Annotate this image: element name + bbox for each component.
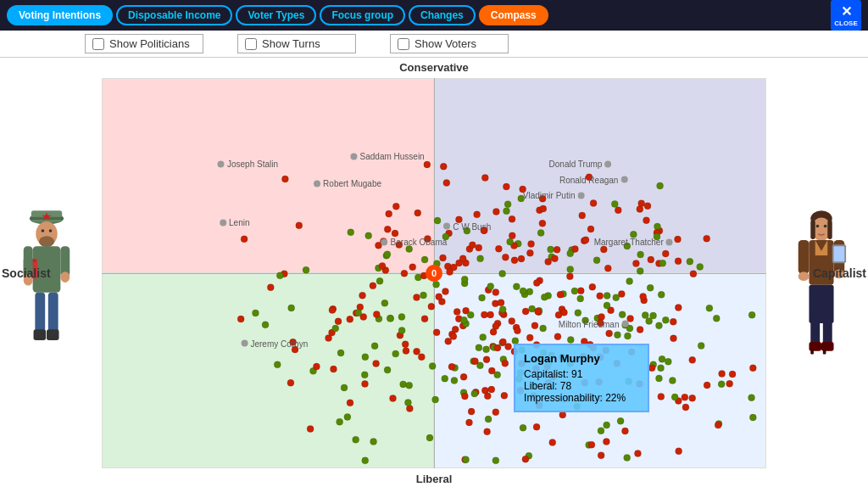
checkbox-row: Show Politicians Show Turns Show Voters [0, 31, 868, 58]
politician-label: Ronald Reagan [559, 175, 619, 184]
svg-point-6 [42, 229, 45, 232]
svg-rect-15 [35, 293, 45, 335]
main-content: Socialist [0, 58, 868, 487]
show-voters-checkbox[interactable] [398, 38, 409, 50]
politician-dot [577, 192, 584, 199]
politician-saddam-hussein: Saddam Hussein [351, 152, 425, 161]
show-politicians-container: Show Politicians [85, 34, 203, 53]
politician-dot [241, 340, 248, 347]
capitalist-label: Capitalist [813, 266, 866, 280]
tab-focus-group[interactable]: Focus group [320, 5, 405, 25]
svg-point-14 [60, 271, 70, 283]
left-character-figure [13, 197, 81, 367]
politician-c-w-bush: C W Bush [443, 221, 491, 231]
close-button[interactable]: ✕ CLOSE [831, 0, 861, 31]
quadrant-bottom-left [102, 273, 434, 468]
politician-dot [351, 153, 358, 160]
politician-label: C W Bush [453, 221, 491, 231]
show-politicians-label: Show Politicians [109, 37, 190, 50]
politician-vladimir-putin: Vladimir Putin [523, 191, 585, 200]
svg-rect-17 [34, 329, 47, 340]
left-character-area: Socialist [0, 58, 93, 487]
svg-point-31 [798, 271, 810, 281]
show-turns-checkbox[interactable] [245, 38, 257, 50]
chart-container: Conservative Liberal 0 Joseph StalinSadd… [93, 58, 775, 487]
politician-lenin: Lenin [220, 218, 249, 227]
political-compass-chart[interactable]: Conservative Liberal 0 Joseph StalinSadd… [93, 58, 775, 487]
politician-label: Milton Friedman [559, 319, 620, 328]
show-turns-label: Show Turns [262, 37, 320, 50]
svg-rect-22 [827, 220, 832, 239]
quadrant-container: 0 Joseph StalinSaddam HusseinRobert Muga… [102, 78, 766, 468]
politician-donald-trump: Donald Trump [549, 160, 612, 169]
politician-label: Vladimir Putin [523, 191, 576, 200]
svg-rect-30 [834, 246, 845, 261]
right-character-area: Capitalist [775, 58, 868, 487]
show-voters-container: Show Voters [390, 34, 509, 53]
info-impressionability: Impressionability: 22% [524, 392, 639, 404]
svg-rect-18 [47, 329, 59, 340]
politician-robert-mugabe: Robert Mugabe [314, 179, 381, 188]
tab-compass[interactable]: Compass [479, 5, 548, 25]
politician-dot [218, 160, 225, 167]
politician-dot [220, 219, 226, 226]
politician-label: Margaret Thatcher [594, 238, 664, 247]
politician-dot [622, 321, 629, 327]
svg-rect-38 [810, 350, 814, 354]
svg-rect-27 [798, 240, 810, 274]
politician-barack-obama: Barack Obama [381, 238, 448, 247]
tab-voter-types[interactable]: Voter Types [236, 5, 316, 25]
show-turns-container: Show Turns [237, 34, 356, 53]
politician-ronald-reagan: Ronald Reagan [559, 175, 628, 184]
center-marker: 0 [426, 265, 442, 282]
politician-label: Robert Mugabe [323, 179, 381, 188]
politician-dot [666, 238, 673, 245]
svg-rect-39 [823, 350, 826, 354]
svg-point-24 [824, 225, 827, 228]
tab-voting-intentions[interactable]: Voting Intentions [7, 5, 113, 25]
politician-dot [604, 160, 611, 167]
conservative-label: Conservative [399, 61, 469, 74]
politician-label: Jeremy Corbyn [250, 339, 308, 348]
politician-label: Joseph Stalin [227, 160, 278, 169]
right-character-figure [787, 197, 855, 367]
info-name: Logan Murphy [524, 352, 639, 365]
politician-label: Barack Obama [391, 238, 448, 247]
socialist-label: Socialist [2, 266, 51, 280]
tab-disposable-income[interactable]: Disposable Income [116, 5, 232, 25]
close-label: CLOSE [834, 20, 858, 27]
tab-changes[interactable]: Changes [409, 5, 476, 25]
politician-label: Lenin [229, 218, 249, 227]
svg-point-7 [49, 229, 53, 232]
svg-point-5 [39, 236, 54, 247]
info-liberal: Liberal: 78 [524, 380, 639, 392]
politician-joseph-stalin: Joseph Stalin [218, 160, 278, 169]
svg-rect-16 [48, 293, 58, 335]
politician-dot [314, 180, 320, 187]
politician-label: Saddam Hussein [360, 152, 425, 161]
politician-margaret-thatcher: Margaret Thatcher [594, 238, 673, 247]
voter-info-box: Logan Murphy Capitalist: 91 Liberal: 78 … [514, 344, 649, 412]
show-politicians-checkbox[interactable] [92, 38, 104, 50]
svg-rect-21 [810, 220, 815, 239]
politician-dot [381, 238, 388, 245]
politician-label: Donald Trump [549, 160, 603, 169]
politician-dot [443, 223, 450, 230]
show-voters-label: Show Voters [415, 37, 476, 50]
politician-jeremy-corbyn: Jeremy Corbyn [241, 339, 308, 348]
header: Voting Intentions Disposable Income Vote… [0, 0, 868, 31]
svg-point-23 [816, 225, 820, 228]
politician-milton-friedman: Milton Friedman [559, 319, 629, 328]
info-capitalist: Capitalist: 91 [524, 368, 639, 380]
liberal-label: Liberal [416, 473, 453, 485]
politician-dot [620, 176, 627, 183]
